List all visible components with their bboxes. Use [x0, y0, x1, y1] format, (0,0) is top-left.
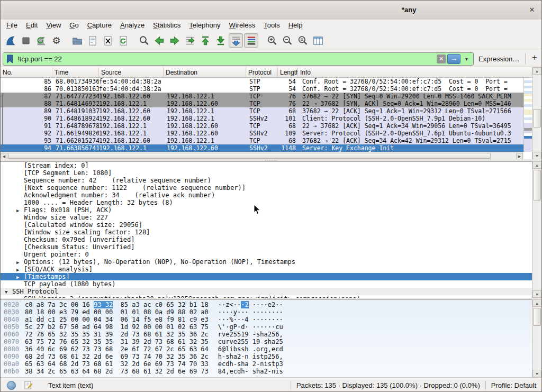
title-bar[interactable]: *any ✕: [1, 1, 541, 20]
packet-row-90[interactable]: 9071.648618924192.168.122.60192.168.122.…: [1, 115, 523, 122]
hex-row-0050[interactable]: 00505c 27 b2 67 50 ad 64 98 1d 92 00 00 …: [1, 323, 541, 331]
scroll-down-icon[interactable]: ▼: [532, 152, 541, 159]
filter-dropdown-icon[interactable]: ▼: [464, 57, 469, 62]
detail-row[interactable]: ▶Flags: 0x018 (PSH, ACK): [1, 206, 541, 214]
detail-row[interactable]: Urgent pointer: 0: [1, 251, 541, 258]
detail-row[interactable]: [Next sequence number: 1122 (relative se…: [1, 184, 541, 192]
start-capture-button[interactable]: [3, 33, 17, 48]
detail-row[interactable]: ▶[Timestamps]: [1, 273, 541, 280]
go-forward-button[interactable]: [167, 33, 182, 48]
hex-row-0090[interactable]: 009068 2d 73 68 61 32 2d 6e 69 73 74 70 …: [1, 353, 541, 360]
packet-row-86[interactable]: 8670.013850163fe:54:00:d4:38:2aSTP54Conf…: [1, 85, 523, 93]
packet-row-91[interactable]: 9171.648789678192.168.122.1192.168.122.6…: [1, 122, 523, 130]
scroll-down-icon[interactable]: ▼: [532, 290, 541, 298]
packet-row-94[interactable]: 9471.663856741192.168.122.1192.168.122.6…: [1, 144, 523, 152]
hex-row-00b0[interactable]: 00b038 34 2c 65 63 64 68 2d 73 68 61 32 …: [1, 368, 541, 375]
hex-row-00a0[interactable]: 00a065 63 64 68 2d 73 68 61 32 2d 6e 69 …: [1, 360, 541, 368]
menu-view[interactable]: View: [42, 20, 65, 31]
vscroll-thumb[interactable]: [533, 170, 541, 200]
scroll-up-icon[interactable]: ▲: [532, 161, 541, 169]
detail-row[interactable]: ▼SSH Protocol: [1, 288, 541, 295]
detail-row[interactable]: TCP payload (1080 bytes): [1, 280, 541, 288]
details-vscrollbar[interactable]: ▲ ▼: [532, 161, 541, 298]
detail-row[interactable]: [Stream index: 0]: [1, 162, 541, 169]
hex-row-0060[interactable]: 006072 76 65 32 35 35 31 39 2d 73 68 61 …: [1, 331, 541, 338]
menu-help[interactable]: Help: [284, 20, 307, 31]
go-first-button[interactable]: [198, 33, 212, 48]
detail-row[interactable]: [Calculated window size: 29056]: [1, 221, 541, 229]
expand-right-icon[interactable]: ▶: [16, 259, 24, 266]
detail-row[interactable]: Acknowledgment number: 34 (relative ack …: [1, 192, 541, 199]
detail-row[interactable]: Sequence number: 42 (relative sequence n…: [1, 177, 541, 184]
scroll-up-icon[interactable]: ▲: [532, 299, 541, 307]
filter-apply-icon[interactable]: →: [447, 54, 460, 64]
zoom-original-button[interactable]: [295, 33, 310, 48]
filter-text[interactable]: !tcp.port == 22: [17, 55, 437, 63]
hex-row-0030[interactable]: 003080 18 00 e3 79 ed 00 00 01 01 08 0a …: [1, 308, 541, 316]
go-back-button[interactable]: [152, 33, 166, 48]
open-file-button[interactable]: [70, 33, 84, 48]
save-file-button[interactable]: [85, 33, 100, 48]
scroll-down-icon[interactable]: ▼: [532, 370, 541, 377]
vscroll-thumb[interactable]: [533, 308, 541, 326]
packet-row-92[interactable]: 9271.661949820192.168.122.1192.168.122.6…: [1, 130, 523, 137]
column-header-destination[interactable]: Destination: [164, 67, 246, 77]
column-header-length[interactable]: Length: [278, 67, 298, 77]
detail-row[interactable]: ▶[SEQ/ACK analysis]: [1, 266, 541, 273]
column-header-info[interactable]: Info: [298, 67, 533, 77]
capture-comment-icon[interactable]: [24, 381, 32, 389]
packet-row-85[interactable]: 8568.001734936fe:54:00:d4:38:2aSTP54Conf…: [1, 78, 523, 85]
menu-edit[interactable]: Edit: [22, 20, 42, 31]
go-last-button[interactable]: [213, 33, 228, 48]
detail-row[interactable]: [Checksum Status: Unverified]: [1, 243, 541, 251]
filter-bookmark-icon[interactable]: [6, 54, 13, 63]
menu-file[interactable]: File: [2, 20, 22, 31]
close-file-button[interactable]: [101, 33, 115, 48]
packet-row-93[interactable]: 9371.662015274192.168.122.60192.168.122.…: [1, 137, 523, 144]
scroll-left-icon[interactable]: ◀: [1, 153, 7, 159]
reload-file-button[interactable]: [116, 33, 130, 48]
detail-row[interactable]: [TCP Segment Len: 1080]: [1, 169, 541, 177]
detail-row[interactable]: ▶Options: (12 bytes), No-Operation (NOP)…: [1, 258, 541, 266]
expand-right-icon[interactable]: ▶: [16, 266, 24, 274]
detail-row[interactable]: 1000 .... = Header Length: 32 bytes (8): [1, 199, 541, 206]
column-header-time[interactable]: Time: [52, 67, 99, 77]
menu-tools[interactable]: Tools: [259, 20, 284, 31]
hex-row-0080[interactable]: 008036 40 6c 69 62 73 73 68 2e 6f 72 67 …: [1, 345, 541, 353]
scroll-up-icon[interactable]: ▲: [532, 67, 541, 75]
menu-analyze[interactable]: Analyze: [116, 20, 149, 31]
expression-button[interactable]: Expression…: [478, 55, 519, 63]
zoom-out-button[interactable]: [280, 33, 294, 48]
stop-capture-button[interactable]: [19, 33, 33, 48]
find-packet-button[interactable]: [137, 33, 151, 48]
expand-down-icon[interactable]: ▼: [5, 288, 12, 296]
expand-right-icon[interactable]: ▶: [16, 207, 24, 214]
menu-telephony[interactable]: Telephony: [185, 20, 224, 31]
detail-row[interactable]: [Window size scaling factor: 128]: [1, 229, 541, 236]
column-header-protocol[interactable]: Protocol: [246, 67, 278, 77]
packet-list-hscrollbar[interactable]: ◀ ▶: [1, 152, 523, 159]
display-filter-input[interactable]: !tcp.port == 22 ✕ → ▼: [3, 52, 474, 66]
menu-statistics[interactable]: Statistics: [149, 20, 185, 31]
detail-row[interactable]: Window size value: 227: [1, 214, 541, 221]
close-icon[interactable]: ✕: [527, 5, 537, 15]
packet-row-88[interactable]: 8871.648146932192.168.122.1192.168.122.6…: [1, 100, 523, 107]
hex-row-0070[interactable]: 007063 75 72 76 65 32 35 35 31 39 2d 73 …: [1, 338, 541, 345]
vscroll-thumb[interactable]: [533, 109, 541, 127]
hex-row-0020[interactable]: 0020c0 a8 7a 3c 00 16 93 32 85 a3 ac c0 …: [1, 301, 541, 308]
add-filter-button[interactable]: +: [530, 53, 539, 62]
go-to-packet-button[interactable]: [183, 33, 197, 48]
scroll-right-icon[interactable]: ▶: [516, 153, 523, 159]
packet-row-89[interactable]: 8971.648191037192.168.122.60192.168.122.…: [1, 107, 523, 115]
packet-list-vscrollbar[interactable]: ▲ ▼: [532, 67, 541, 159]
expand-right-icon[interactable]: ▶: [16, 274, 24, 281]
zoom-in-button[interactable]: [265, 33, 279, 48]
profile-status[interactable]: Profile: Default: [491, 381, 536, 389]
packet-row-87[interactable]: 8771.647777234192.168.122.60192.168.122.…: [1, 93, 523, 100]
detail-row[interactable]: Checksum: 0x79ed [unverified]: [1, 236, 541, 243]
colorize-button[interactable]: [244, 33, 258, 48]
resize-columns-button[interactable]: [311, 33, 325, 48]
auto-scroll-button[interactable]: [229, 33, 243, 48]
menu-go[interactable]: Go: [65, 20, 83, 31]
menu-capture[interactable]: Capture: [83, 20, 116, 31]
